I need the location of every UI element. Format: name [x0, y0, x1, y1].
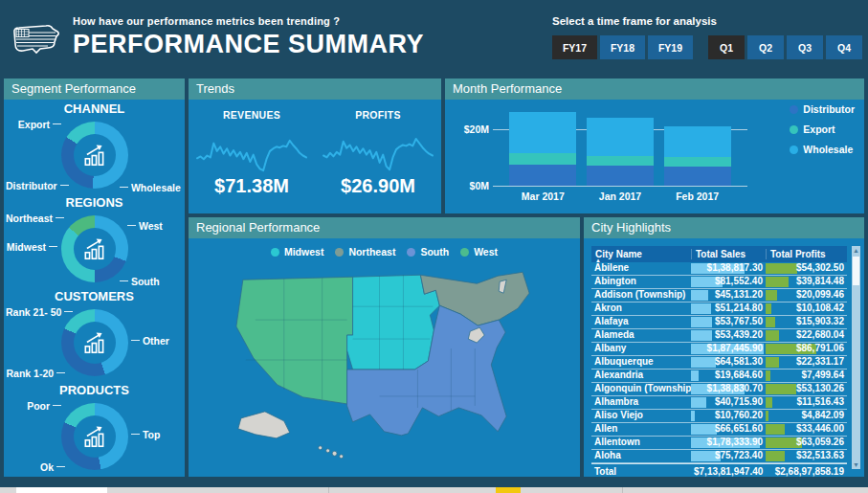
table-row[interactable]: Albuquerque$64,581.30$22,331.17	[591, 356, 847, 370]
us-region-map	[189, 263, 580, 477]
sales-data-bar	[691, 370, 699, 381]
kpi-label: REVENUES	[189, 109, 315, 121]
button-fy19[interactable]: FY19	[648, 35, 693, 59]
sales-data-bar	[691, 424, 717, 435]
active-page-tab[interactable]	[16, 487, 107, 493]
bar-segment-export[interactable]	[587, 156, 654, 166]
table-body: Abilene$1,38,817.30$54,302.50Abington$81…	[591, 262, 847, 463]
stacked-bar-mar-2017[interactable]: Mar 2017	[509, 109, 576, 186]
segment-title: PRODUCTS	[4, 383, 185, 398]
bar-segment-wholesale[interactable]	[587, 118, 654, 156]
table-header-row[interactable]: City Name Total Sales Total Profits ▲	[591, 246, 847, 262]
city-name-cell: Alameda	[591, 329, 691, 342]
table-row[interactable]: Aliso Viejo$10,760.20$4,842.09	[591, 410, 847, 423]
table-row[interactable]: Alameda$53,439.20$22,680.04	[591, 329, 847, 343]
bar-segment-distributor[interactable]	[509, 165, 576, 187]
button-fy18[interactable]: FY18	[600, 35, 645, 59]
growth-chart-icon	[74, 134, 116, 176]
legend-dot	[407, 248, 415, 257]
panel-title: Month Performance	[445, 78, 864, 100]
bar-segment-wholesale[interactable]	[509, 112, 576, 153]
button-q4[interactable]: Q4	[826, 35, 862, 59]
donut-label: Top	[131, 429, 181, 440]
table-row[interactable]: Albany$1,87,445.90$86,791.06	[591, 343, 847, 356]
profit-data-bar	[766, 357, 779, 368]
profit-data-bar	[766, 317, 775, 327]
legend-item-wholesale[interactable]: Wholesale	[790, 144, 855, 155]
legend-item-distributor[interactable]: Distributor	[790, 103, 855, 115]
footer-bar	[0, 477, 868, 487]
table-row[interactable]: Aloha$75,723.40$32,513.63	[591, 450, 847, 463]
profit-data-bar	[766, 277, 789, 287]
legend-dot	[790, 146, 798, 154]
bar-segment-export[interactable]	[509, 153, 576, 165]
header-subtitle: How have our performance metrics been tr…	[73, 15, 424, 27]
bar-segment-distributor[interactable]	[664, 167, 731, 186]
bar-segment-export[interactable]	[664, 157, 731, 167]
segment-section-regions: REGIONSNortheast Midwest West South	[4, 195, 185, 287]
profit-data-bar	[766, 384, 796, 394]
segment-section-products: PRODUCTSPoor Ok Top	[4, 383, 185, 475]
column-total-sales[interactable]: Total Sales	[691, 249, 766, 259]
map-legend-item-northeast[interactable]: Northeast	[335, 246, 395, 258]
table-row[interactable]: Abington$81,552.40$39,814.48	[591, 276, 847, 289]
map-legend-item-midwest[interactable]: Midwest	[271, 246, 323, 258]
total-profits-cell: $86,791.06	[766, 343, 847, 355]
page-tab-bar[interactable]	[0, 487, 868, 493]
city-name-cell: Algonquin (Township)	[591, 383, 691, 395]
city-name-cell: Abington	[591, 276, 691, 288]
sales-data-bar	[691, 330, 712, 341]
page-title: PERFORMANCE SUMMARY	[73, 30, 424, 59]
total-profits-cell: $22,680.04	[766, 329, 847, 342]
city-name-cell: Akron	[591, 303, 691, 315]
city-name-cell: Alexandria	[591, 370, 691, 382]
legend-item-export[interactable]: Export	[790, 123, 855, 135]
table-row[interactable]: Alafaya$53,767.50$15,903.32	[591, 316, 847, 329]
stacked-bar-feb-2017[interactable]: Feb 2017	[664, 109, 731, 186]
kpi-value: $71.38M	[189, 175, 315, 197]
bar-segment-wholesale[interactable]	[664, 126, 731, 157]
header: How have our performance metrics been tr…	[0, 0, 868, 77]
donut-label: Northeast	[6, 213, 61, 224]
button-fy17[interactable]: FY17	[552, 35, 597, 59]
scroll-up-icon[interactable]: ▲	[852, 246, 860, 255]
table-row[interactable]: Algonquin (Township)$1,38,830.70$53,130.…	[591, 383, 847, 396]
table-row[interactable]: Alhambra$40,715.90$11,516.43	[591, 396, 847, 410]
button-q1[interactable]: Q1	[708, 35, 745, 59]
total-profits-cell: $11,516.43	[766, 396, 847, 409]
button-q3[interactable]: Q3	[787, 35, 823, 59]
map-region-hawaii[interactable]	[319, 446, 344, 459]
kpi-value: $26.90M	[315, 175, 441, 197]
table-row[interactable]: Addison (Township)$45,131.20$20,099.46	[591, 289, 847, 303]
table-scrollbar[interactable]: ▲ ▼	[852, 246, 860, 469]
bar-segment-distributor[interactable]	[587, 166, 654, 186]
scrollbar-thumb[interactable]	[853, 257, 859, 285]
profit-data-bar	[766, 397, 772, 408]
city-name-cell: Albuquerque	[591, 356, 691, 369]
map-legend-item-west[interactable]: West	[460, 246, 498, 258]
table-row[interactable]: Alexandria$19,684.60$7,499.64	[591, 370, 847, 383]
column-total-profits[interactable]: Total Profits	[766, 249, 847, 259]
total-profits-cell: $7,499.64	[766, 370, 847, 382]
table-row[interactable]: Akron$51,214.80$10,108.42	[591, 303, 847, 316]
city-name-cell: Allentown	[591, 437, 691, 449]
map-region-alaska[interactable]	[238, 412, 290, 438]
table-row[interactable]: Allen$66,651.60$33,446.00	[591, 423, 847, 437]
donut-label: Ok	[6, 461, 65, 473]
growth-chart-icon	[74, 228, 116, 270]
profits-kpi[interactable]: PROFITS $26.90M	[315, 109, 441, 197]
panel-title: Segment Performance	[4, 78, 185, 100]
column-city-name[interactable]: City Name	[591, 249, 691, 259]
table-row[interactable]: Abilene$1,38,817.30$54,302.50	[591, 262, 847, 276]
growth-chart-icon	[74, 322, 116, 364]
map-region-west[interactable]	[236, 277, 353, 404]
revenues-kpi[interactable]: REVENUES $71.38M	[189, 109, 315, 197]
donut-label: Wholesale	[120, 182, 181, 193]
total-profits-cell: $20,099.46	[766, 289, 847, 302]
scroll-down-icon[interactable]: ▼	[852, 460, 860, 469]
total-sales-cell: $1,87,445.90	[691, 343, 766, 355]
button-q2[interactable]: Q2	[747, 35, 784, 59]
stacked-bar-jan-2017[interactable]: Jan 2017	[587, 109, 654, 186]
table-row[interactable]: Allentown$1,78,333.90$63,059.26	[591, 437, 847, 450]
map-legend-item-south[interactable]: South	[407, 246, 449, 258]
